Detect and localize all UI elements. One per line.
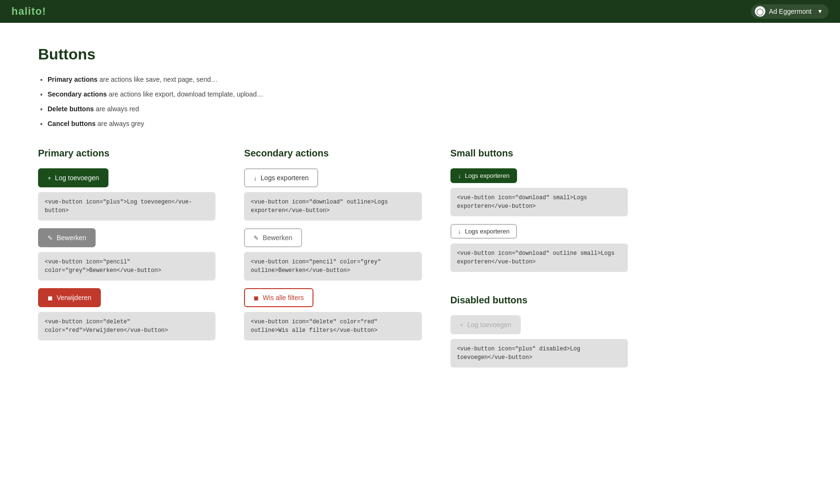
pencil-icon: ✎	[48, 234, 53, 242]
wis-alle-filters-button[interactable]: ◼ Wis alle filters	[244, 288, 313, 307]
bewerken-primary-label: Bewerken	[57, 234, 86, 242]
user-avatar-icon: ◯	[755, 6, 765, 17]
description-text-4: are always grey	[98, 120, 144, 127]
logs-exporteren-small-label: Logs exporteren	[465, 172, 509, 179]
disabled-buttons-section: Disabled buttons + Log toevoegen <vue-bu…	[450, 295, 628, 375]
description-bold-2: Secondary actions	[48, 90, 107, 98]
log-toevoegen-disabled-label: Log toevoegen	[467, 321, 511, 329]
log-toevoegen-label: Log toevoegen	[55, 174, 99, 182]
description-text-2: are actions like export, download templa…	[108, 90, 263, 98]
small-btn1-code: <vue-button icon="download" small>Logs e…	[450, 188, 628, 216]
logs-exporteren-small-outline-label: Logs exporteren	[465, 228, 509, 235]
plus-icon: +	[48, 174, 51, 182]
bewerken-primary-button[interactable]: ✎ Bewerken	[38, 228, 96, 247]
primary-actions-section: Primary actions + Log toevoegen <vue-but…	[38, 148, 215, 375]
page-title: Buttons	[38, 46, 628, 63]
main-content: Buttons Primary actions are actions like…	[0, 23, 666, 398]
primary-btn2-row: ✎ Bewerken <vue-button icon="pencil" col…	[38, 228, 215, 281]
bewerken-secondary-button[interactable]: ✎ Bewerken	[244, 228, 302, 247]
bewerken-secondary-label: Bewerken	[263, 234, 292, 242]
description-text-3: are always red	[96, 105, 139, 113]
description-item-4: Cancel buttons are always grey	[48, 119, 628, 129]
disabled-btn1-code: <vue-button icon="plus" disabled>Log toe…	[450, 339, 628, 368]
logs-exporteren-small-outline-button[interactable]: ↓ Logs exporteren	[450, 224, 517, 239]
secondary-btn1-code: <vue-button icon="download" outline>Logs…	[244, 192, 421, 221]
description-bold-4: Cancel buttons	[48, 120, 96, 127]
primary-btn1-row: + Log toevoegen <vue-button icon="plus">…	[38, 168, 215, 221]
description-list: Primary actions are actions like save, n…	[38, 75, 628, 129]
delete-icon-secondary: ◼	[254, 294, 259, 301]
primary-actions-title: Primary actions	[38, 148, 215, 159]
secondary-actions-title: Secondary actions	[244, 148, 421, 159]
description-bold-1: Primary actions	[48, 76, 98, 83]
chevron-down-icon: ▼	[817, 8, 823, 15]
download-icon-small2: ↓	[458, 228, 461, 235]
user-menu[interactable]: ◯ Ad Eggermont ▼	[751, 4, 829, 19]
secondary-actions-section: Secondary actions ↓ Logs exporteren <vue…	[244, 148, 421, 375]
disabled-btn1-row: + Log toevoegen <vue-button icon="plus" …	[450, 315, 628, 368]
small-btn2-row: ↓ Logs exporteren <vue-button icon="down…	[450, 224, 628, 272]
description-item-3: Delete buttons are always red	[48, 104, 628, 114]
delete-icon-primary: ◼	[48, 294, 53, 301]
logs-exporteren-secondary-label: Logs exporteren	[261, 174, 309, 182]
primary-btn3-code: <vue-button icon="delete" color="red">Ve…	[38, 312, 215, 340]
secondary-btn2-code: <vue-button icon="pencil" color="grey" o…	[244, 252, 421, 281]
small-buttons-section: Small buttons ↓ Logs exporteren <vue-but…	[450, 148, 628, 375]
description-item-1: Primary actions are actions like save, n…	[48, 75, 628, 85]
secondary-btn2-row: ✎ Bewerken <vue-button icon="pencil" col…	[244, 228, 421, 281]
description-bold-3: Delete buttons	[48, 105, 94, 113]
logs-exporteren-secondary-button[interactable]: ↓ Logs exporteren	[244, 168, 318, 187]
logo: halito!	[11, 5, 46, 18]
download-icon-small1: ↓	[458, 172, 461, 179]
description-item-2: Secondary actions are actions like expor…	[48, 89, 628, 99]
log-toevoegen-button[interactable]: + Log toevoegen	[38, 168, 108, 187]
download-icon-secondary1: ↓	[254, 174, 257, 182]
secondary-btn3-code: <vue-button icon="delete" color="red" ou…	[244, 312, 421, 340]
small-btn1-row: ↓ Logs exporteren <vue-button icon="down…	[450, 168, 628, 216]
description-text-1: are actions like save, next page, send…	[99, 76, 217, 83]
verwijderen-label: Verwijderen	[57, 294, 91, 301]
logs-exporteren-small-button[interactable]: ↓ Logs exporteren	[450, 168, 517, 183]
disabled-buttons-title: Disabled buttons	[450, 295, 628, 306]
app-header: halito! ◯ Ad Eggermont ▼	[0, 0, 840, 23]
pencil-icon-secondary: ✎	[254, 234, 259, 242]
small-buttons-title: Small buttons	[450, 148, 628, 159]
primary-btn1-code: <vue-button icon="plus">Log toevoegen</v…	[38, 192, 215, 221]
wis-alle-filters-label: Wis alle filters	[263, 294, 303, 301]
small-btn2-code: <vue-button icon="download" outline smal…	[450, 243, 628, 272]
primary-btn2-code: <vue-button icon="pencil" color="grey">B…	[38, 252, 215, 281]
sections-grid: Primary actions + Log toevoegen <vue-but…	[38, 148, 628, 375]
log-toevoegen-disabled-button: + Log toevoegen	[450, 315, 521, 334]
primary-btn3-row: ◼ Verwijderen <vue-button icon="delete" …	[38, 288, 215, 340]
verwijderen-button[interactable]: ◼ Verwijderen	[38, 288, 101, 307]
user-name: Ad Eggermont	[769, 8, 812, 15]
secondary-btn1-row: ↓ Logs exporteren <vue-button icon="down…	[244, 168, 421, 221]
plus-icon-disabled: +	[460, 321, 464, 329]
secondary-btn3-row: ◼ Wis alle filters <vue-button icon="del…	[244, 288, 421, 340]
